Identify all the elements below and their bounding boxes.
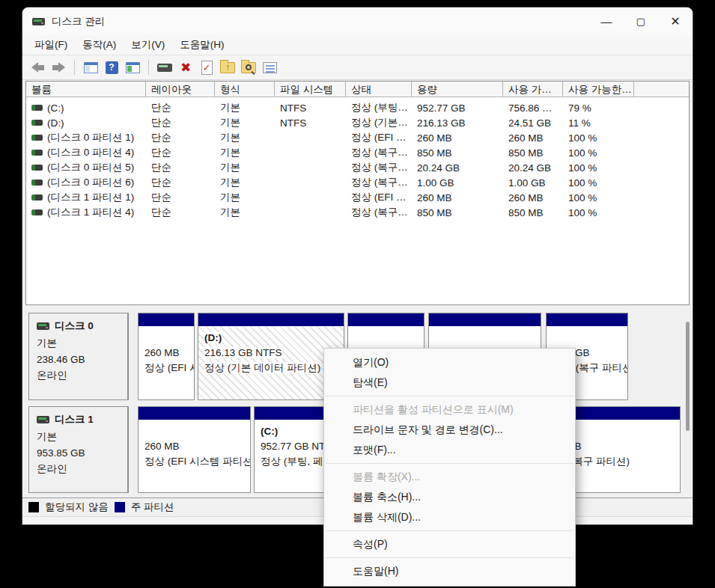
cell-free: 756.86 … [503,102,563,114]
partition-context-menu: 열기(O) 탐색(E) 파티션을 활성 파티션으로 표시(M) 드라이브 문자 … [323,348,576,587]
menu-view[interactable]: 보기(V) [124,36,172,54]
cell-status: 정상 (EFI … [346,191,412,204]
partition-efi[interactable]: 260 MB 정상 (EFI 시스템 파티션) [138,313,195,400]
cell-type: 기본 [215,131,275,144]
cell-free: 20.24 GB [503,162,563,174]
cell-capacity: 952.77 GB [412,102,503,114]
cell-fs: NTFS [275,117,346,129]
cell-status: 정상 (기본… [346,116,412,129]
toolbar: ? ✖ ✓ ↑ [22,55,693,80]
properties-icon[interactable] [261,58,279,76]
volume-table-header: 볼륨 레이아웃 형식 파일 시스템 상태 용량 사용 가… 사용 가능한… [26,82,689,97]
cell-pct: 11 % [563,117,634,129]
disk-name: 디스크 0 [55,319,94,333]
back-icon[interactable] [28,58,46,76]
menu-item-shrink-volume[interactable]: 볼륨 축소(H)... [324,487,575,507]
cell-pct: 79 % [563,102,634,114]
menu-help[interactable]: 도움말(H) [172,36,231,54]
table-row[interactable]: (디스크 0 파티션 1) 단순 기본 정상 (EFI … 260 MB 260… [26,130,689,145]
col-layout[interactable]: 레이아웃 [146,82,215,97]
partition-color-bar [348,313,424,327]
cell-volume: (디스크 0 파티션 4) [47,146,134,159]
folder-search-icon[interactable] [240,58,258,76]
maximize-button[interactable]: ▢ [624,7,658,35]
menu-file[interactable]: 파일(F) [27,36,75,54]
col-free[interactable]: 사용 가… [503,82,563,97]
disk-status: 온라인 [37,369,127,382]
table-row[interactable]: (디스크 0 파티션 4) 단순 기본 정상 (복구… 850 MB 850 M… [26,145,689,160]
cell-pct: 100 % [563,192,634,203]
legend-label-primary: 주 파티션 [131,500,174,514]
forward-icon[interactable] [49,58,67,76]
menu-item-properties[interactable]: 속성(P) [324,534,575,554]
volume-icon [31,180,43,186]
partition-color-bar [547,313,627,327]
volume-icon [31,105,43,111]
help-icon[interactable]: ? [103,58,121,76]
menu-item-change-drive-letter[interactable]: 드라이브 문자 및 경로 변경(C)... [324,420,575,440]
menu-item-help[interactable]: 도움말(H) [324,561,575,581]
folder-up-icon[interactable]: ↑ [219,58,237,76]
col-free-pct[interactable]: 사용 가능한… [563,82,634,97]
volume-icon [31,150,43,156]
menu-action[interactable]: 동작(A) [75,36,124,54]
show-action-pane-icon[interactable] [124,58,142,76]
legend-swatch-unallocated [28,502,39,512]
vertical-scrollbar[interactable] [684,313,691,495]
col-type[interactable]: 형식 [215,82,275,97]
partition-color-bar [139,407,250,420]
cell-capacity: 1.00 GB [412,177,503,189]
menu-separator [326,463,573,464]
disk-size: 953.85 GB [37,447,127,459]
col-volume[interactable]: 볼륨 [26,82,146,97]
disk-1-label-panel[interactable]: 디스크 1 기본 953.85 GB 온라인 [28,406,129,493]
disk-view-icon[interactable] [156,58,174,76]
col-status[interactable]: 상태 [346,82,412,97]
cell-capacity: 850 MB [412,147,503,159]
menu-item-delete-volume[interactable]: 볼륨 삭제(D)... [324,507,575,527]
cell-volume: (C:) [47,102,64,114]
close-button[interactable]: ✕ [658,7,693,35]
cell-fs: NTFS [275,102,346,114]
partition-efi[interactable]: 260 MB 정상 (EFI 시스템 파티션) [138,406,251,493]
table-row[interactable]: (디스크 1 파티션 1) 단순 기본 정상 (EFI … 260 MB 260… [26,190,689,205]
table-row[interactable]: (D:) 단순 기본 NTFS 정상 (기본… 216.13 GB 24.51 … [26,115,689,130]
cell-type: 기본 [215,116,275,129]
cell-volume: (D:) [47,117,64,129]
title-bar[interactable]: 디스크 관리 — ▢ ✕ [22,7,693,35]
partition-d-selected[interactable]: (D:) 216.13 GB NTFS 정상 (기본 데이터 파티션) [198,313,344,400]
table-row[interactable]: (디스크 0 파티션 6) 단순 기본 정상 (복구… 1.00 GB 1.00… [26,175,689,190]
volume-icon [31,209,43,215]
cell-pct: 100 % [563,177,634,189]
minimize-button[interactable]: — [589,7,624,35]
disk-0-label-panel[interactable]: 디스크 0 기본 238.46 GB 온라인 [28,313,129,400]
disk-type: 기본 [37,430,127,444]
show-console-tree-icon[interactable] [82,58,100,76]
disk-name: 디스크 1 [55,413,94,426]
legend-label-unallocated: 할당되지 않음 [45,500,109,514]
volume-icon [31,195,43,200]
table-row[interactable]: (C:) 단순 기본 NTFS 정상 (부팅… 952.77 GB 756.86… [26,100,689,115]
disk-icon [37,322,49,330]
delete-icon[interactable]: ✖ [177,58,195,76]
scrollbar-thumb[interactable] [686,322,690,431]
table-row[interactable]: (디스크 0 파티션 5) 단순 기본 정상 (복구… 20.24 GB 20.… [26,160,689,175]
menu-item-explore[interactable]: 탐색(E) [324,373,575,393]
cell-capacity: 260 MB [412,132,503,144]
menu-item-open[interactable]: 열기(O) [324,352,575,373]
check-document-icon[interactable]: ✓ [198,58,216,76]
cell-status: 정상 (복구… [346,176,412,189]
partition-color-bar [198,313,344,327]
col-capacity[interactable]: 용량 [412,82,503,97]
cell-status: 정상 (EFI … [346,131,412,144]
menu-item-mark-active: 파티션을 활성 파티션으로 표시(M) [324,399,575,420]
cell-layout: 단순 [146,101,215,114]
menu-item-extend-volume: 볼륨 확장(X)... [324,467,575,487]
cell-layout: 단순 [146,146,215,159]
table-row[interactable]: (디스크 1 파티션 4) 단순 기본 정상 (복구… 850 MB 850 M… [26,205,689,220]
menu-item-format[interactable]: 포맷(F)... [324,440,575,460]
cell-layout: 단순 [146,191,215,204]
cell-status: 정상 (부팅… [346,101,412,114]
cell-pct: 100 % [563,132,634,144]
col-filesystem[interactable]: 파일 시스템 [275,82,346,97]
